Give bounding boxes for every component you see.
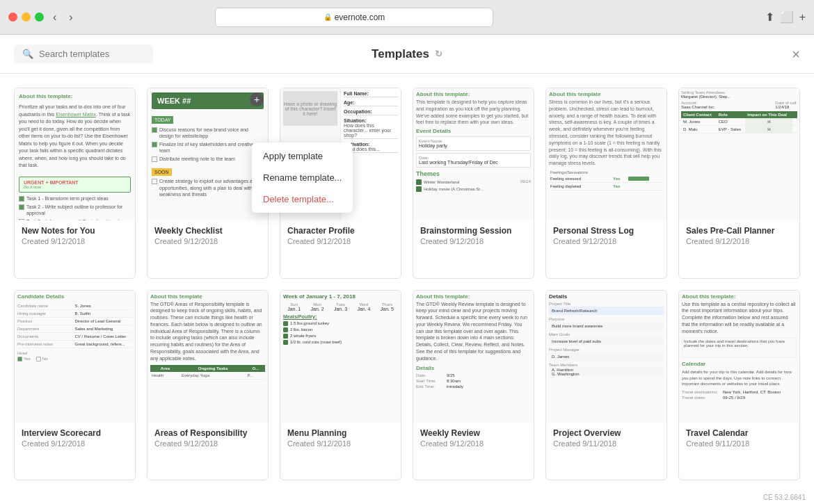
wr-date-row: Date: 9/25 [416,373,531,377]
traffic-light-red[interactable] [8,13,17,22]
project-goals-section: Main Goals Increase level of paid subs [549,332,664,346]
title-text: Templates [372,47,429,61]
template-date-character-profile: Created 9/12/2018 [287,237,394,245]
template-date-project: Created 9/11/2018 [553,439,660,448]
app-footer: CE 53.2.6641 [755,491,814,504]
footer-version: CE 53.2.6641 [763,494,806,501]
close-button[interactable]: × [792,47,800,61]
context-menu-delete[interactable]: Delete template... [252,188,353,210]
template-card-weekly-checklist[interactable]: WEEK ## TODAY Discuss reasons for new br… [147,88,269,279]
traffic-light-green[interactable] [35,13,44,22]
template-name-weekly-checklist: Weekly Checklist [154,226,261,236]
url-text: evernote.com [335,13,385,22]
template-date-menu: Created 9/12/2018 [287,439,394,448]
traffic-lights [8,13,44,22]
template-date-weekly-review: Created 9/12/2018 [420,439,527,448]
template-info-interview: Interview Scorecard Created 9/12/2018 [15,423,135,453]
template-date-brainstorming: Created 9/12/2018 [420,237,527,245]
template-name-project: Project Overview [553,428,660,438]
new-tab-button[interactable]: + [799,10,806,24]
sales-account-row: Account: Saas Channel Inc. Date of call:… [681,101,797,109]
stress-log-content: About this template Stress is common in … [546,88,667,193]
app-header: 🔍 Templates ↻ × [0,35,814,74]
template-card-project[interactable]: Details Project Title Brand Refresh/Rela… [545,290,667,481]
refresh-icon[interactable]: ↻ [435,49,442,59]
event-name-row: Event Name: Holiday party [416,136,531,151]
project-purpose-section: Purpose Build more brand awarenes [549,317,664,330]
app-area: 🔍 Templates ↻ × About this template: Pri… [0,35,814,504]
brainstorm-content: About this template: This template is de… [413,88,534,196]
context-menu-apply[interactable]: Apply template [252,145,353,167]
char-field-situation: Situation: How does this character... en… [344,118,398,139]
wr-details-title: Details [416,365,531,371]
menu-item3: 2 whole fryers [283,334,398,339]
template-info-character-profile: Character Profile Created 9/12/2018 [280,220,401,251]
event-date-row: Date: Last working Thursday/Friday of De… [416,153,531,168]
template-card-areas[interactable]: About this template The GTD® Areas of Re… [147,290,269,481]
template-card-stress-log[interactable]: About this template Stress is common in … [545,88,667,279]
template-info-brainstorming: Brainstorming Session Created 9/12/2018 [413,220,534,251]
template-thumbnail-sales: Selling Team Attendees: Margaret (Direct… [679,88,799,220]
template-name-new-notes: New Notes for You [22,226,128,236]
search-box[interactable]: 🔍 [14,44,153,63]
window-button[interactable]: ⬜ [780,10,794,24]
search-input[interactable] [39,49,136,59]
meats-section: Meats/Poultry: [283,314,398,319]
hired-section: Hired Yes No [17,351,132,361]
sales-content: Selling Team Attendees: Margaret (Direct… [679,88,799,136]
templates-grid: About this template: Prioritize all your… [0,74,814,487]
template-name-weekly-review: Weekly Review [420,428,527,438]
back-button[interactable]: ‹ [49,10,60,25]
wr-start-row: Start Time: 8:30am [416,379,531,383]
char-photo: Have a photo or drawing of this characte… [283,91,337,126]
template-date-travel: Created 9/11/2018 [686,439,792,448]
template-thumbnail-menu: Week of January 1 - 7, 2018 SunJan. 1 Mo… [280,291,401,423]
context-menu-rename[interactable]: Rename template... [252,167,353,188]
template-card-interview[interactable]: Candidate Details Candidate nameS. Jones… [14,290,136,481]
lock-icon: 🔒 [324,13,332,21]
interview-table: Candidate nameS. Jones Hiring managerB. … [17,302,132,348]
new-notes-item3: Task 3 - (when approved) Begin breaking … [19,218,131,220]
template-date-areas: Created 9/12/2018 [154,439,261,448]
forward-button[interactable]: › [65,10,76,25]
travel-dest-row: Travel destinations: New York, Hartford,… [682,390,797,394]
soon-badge: SOON [152,168,172,176]
interview-header: Candidate Details [17,293,132,300]
template-thumbnail-interview: Candidate Details Candidate nameS. Jones… [15,291,135,423]
template-name-stress-log: Personal Stress Log [553,226,660,236]
card-menu-button[interactable]: + [250,92,264,106]
template-name-brainstorming: Brainstorming Session [420,226,527,236]
template-date-weekly-checklist: Created 9/12/2018 [154,237,261,245]
weekly-review-content: About this template: The GTD® Weekly Rev… [413,291,534,393]
today-badge: TODAY [152,116,173,124]
template-name-areas: Areas of Responsibility [154,428,261,438]
template-date-stress-log: Created 9/12/2018 [553,237,660,245]
template-date-interview: Created 9/12/2018 [22,439,128,448]
sales-table: Client Contact Role Impact on This Deal … [681,111,797,133]
template-card-new-notes[interactable]: About this template: Prioritize all your… [14,88,136,279]
themes-section: Themes 09/24 Winter Wonderland Holiday m… [416,170,531,192]
template-card-weekly-review[interactable]: About this template: The GTD® Weekly Rev… [413,290,534,481]
template-card-menu[interactable]: Week of January 1 - 7, 2018 SunJan. 1 Mo… [280,290,401,481]
project-manager-section: Project Manager D. James [549,348,664,361]
travel-calendar-label: Calendar [682,361,797,367]
template-info-sales: Sales Pre-Call Planner Created 9/12/2018 [679,220,799,251]
new-notes-item2: Task 2 - Write subject outline to profes… [19,204,131,216]
menu-item2: 2 lbs. bacon [283,327,398,332]
template-card-travel[interactable]: About this template: Use this template a… [678,290,800,481]
new-notes-about-label: About this template: [19,92,131,101]
wc-item4: Create strategy to exploit our advantage… [152,178,264,197]
template-info-travel: Travel Calendar Created 9/11/2018 [679,423,799,453]
share-button[interactable]: ⬆ [765,10,774,24]
traffic-light-yellow[interactable] [22,13,31,22]
context-menu: Apply template Rename template... Delete… [252,143,353,213]
weekly-checklist-content: WEEK ## TODAY Discuss reasons for new br… [147,88,268,204]
menu-week-title: Week of January 1 - 7, 2018 [283,293,398,300]
template-thumbnail-new-notes: About this template: Prioritize all your… [15,88,135,220]
project-members-section: Team Members A. HamiltonG. Washington [549,363,664,376]
template-card-sales[interactable]: Selling Team Attendees: Margaret (Direct… [678,88,800,279]
menu-item4: 1/2 lb. cold cuts (roast beef) [283,340,398,345]
address-bar: 🔒 evernote.com [215,8,493,27]
template-thumbnail-brainstorming: About this template: This template is de… [413,88,534,220]
template-card-brainstorming[interactable]: About this template: This template is de… [413,88,534,279]
